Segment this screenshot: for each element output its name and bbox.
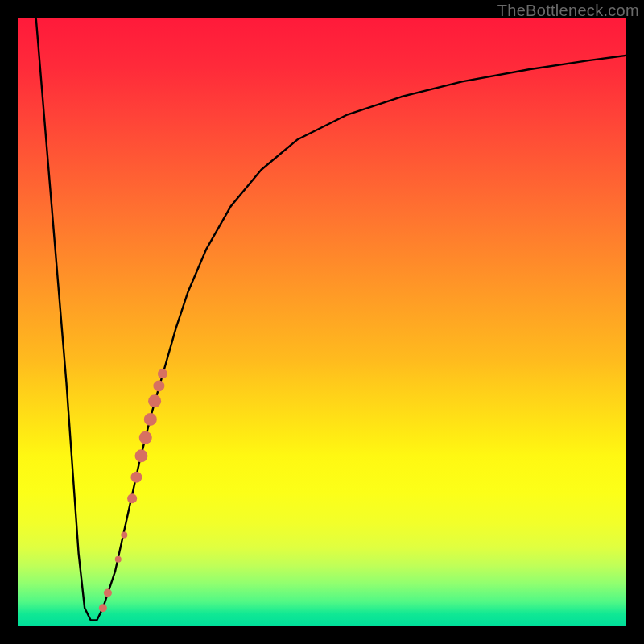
data-marker <box>130 472 142 483</box>
data-marker <box>148 394 161 407</box>
data-marker <box>158 369 167 378</box>
data-marker <box>121 532 127 539</box>
watermark-text: TheBottleneck.com <box>497 2 639 20</box>
data-marker <box>139 431 152 444</box>
data-marker <box>153 380 164 391</box>
data-marker <box>104 588 112 597</box>
data-marker <box>127 493 137 503</box>
data-marker <box>99 604 107 612</box>
curve-line <box>36 18 626 620</box>
data-marker <box>134 449 147 462</box>
chart-frame: TheBottleneck.com <box>0 0 644 644</box>
data-marker <box>144 413 157 426</box>
data-marker <box>115 556 122 563</box>
plot-area <box>18 18 626 626</box>
chart-svg <box>18 18 626 626</box>
